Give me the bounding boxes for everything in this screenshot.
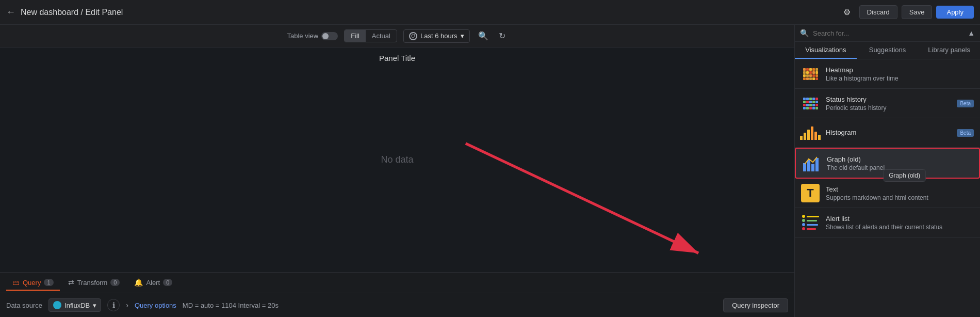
heatmap-desc: Like a histogram over time bbox=[826, 75, 974, 82]
status-history-name: Status history bbox=[826, 96, 951, 103]
histogram-name: Histogram bbox=[826, 129, 951, 136]
viz-item-alert-list[interactable]: Alert list Shows list of alerts and thei… bbox=[795, 208, 980, 237]
panel-canvas: Panel Title No data bbox=[0, 47, 794, 272]
tab-query-label: Query bbox=[23, 279, 41, 287]
text-name: Text bbox=[826, 185, 974, 193]
text-info: Text Supports markdown and html content bbox=[826, 185, 974, 201]
zoom-button[interactable]: 🔍 bbox=[476, 29, 491, 43]
bottom-bar: 🗃 Query 1 ⇄ Transform 0 🔔 Alert 0 Data s… bbox=[0, 272, 794, 317]
transform-icon: ⇄ bbox=[68, 278, 74, 287]
heatmap-info: Heatmap Like a histogram over time bbox=[826, 66, 974, 82]
collapse-button[interactable]: ▲ bbox=[968, 29, 975, 37]
viz-item-histogram[interactable]: Histogram Beta bbox=[795, 118, 980, 148]
query-badge: 1 bbox=[44, 279, 53, 286]
datasource-select[interactable]: InfluxDB ▾ bbox=[48, 298, 101, 312]
tab-library-panels[interactable]: Library panels bbox=[918, 42, 980, 59]
chevron-down-icon: ▾ bbox=[461, 32, 464, 40]
panel-toolbar: Table view Fill Actual ⏱ Last 6 hours ▾ … bbox=[0, 25, 794, 47]
discard-button[interactable]: Discard bbox=[859, 5, 897, 19]
tab-suggestions[interactable]: Suggestions bbox=[857, 42, 919, 59]
status-history-beta-badge: Beta bbox=[957, 100, 974, 107]
main-layout: Table view Fill Actual ⏱ Last 6 hours ▾ … bbox=[0, 25, 980, 317]
tab-alert-label: Alert bbox=[146, 279, 160, 287]
viz-tabs: Visualizations Suggestions Library panel… bbox=[795, 42, 980, 59]
viz-item-heatmap[interactable]: Heatmap Like a histogram over time bbox=[795, 59, 980, 89]
table-view-group: Table view bbox=[287, 32, 338, 40]
svg-rect-4 bbox=[811, 164, 814, 171]
query-icon: 🗃 bbox=[12, 278, 20, 287]
graph-old-icon bbox=[802, 154, 821, 172]
refresh-button[interactable]: ↻ bbox=[497, 29, 508, 43]
tab-transform[interactable]: ⇄ Transform 0 bbox=[62, 275, 126, 291]
fill-button[interactable]: Fill bbox=[345, 30, 366, 42]
search-input[interactable] bbox=[813, 29, 963, 37]
page-title: New dashboard / Edit Panel bbox=[21, 8, 123, 17]
panel-title: Panel Title bbox=[379, 54, 415, 62]
alert-badge: 0 bbox=[163, 279, 172, 286]
histogram-icon bbox=[801, 123, 820, 142]
alert-icon: 🔔 bbox=[134, 278, 143, 287]
status-history-desc: Periodic status history bbox=[826, 104, 951, 112]
histogram-info: Histogram bbox=[826, 129, 951, 137]
viz-list: Heatmap Like a histogram over time Statu… bbox=[795, 59, 980, 317]
time-range-label: Last 6 hours bbox=[420, 32, 458, 40]
graph-old-desc: The old default panel bbox=[827, 164, 973, 171]
influxdb-icon bbox=[53, 301, 61, 309]
query-inspector-button[interactable]: Query inspector bbox=[723, 298, 788, 312]
alert-list-desc: Shows list of alerts and their current s… bbox=[826, 224, 974, 231]
text-desc: Supports markdown and html content bbox=[826, 194, 974, 201]
query-meta: MD = auto = 1104 Interval = 20s bbox=[183, 302, 279, 309]
settings-button[interactable]: ⚙ bbox=[839, 4, 855, 21]
alert-list-name: Alert list bbox=[826, 215, 974, 223]
viz-item-text[interactable]: T Text Supports markdown and html conten… bbox=[795, 179, 980, 208]
tab-transform-label: Transform bbox=[77, 279, 108, 287]
search-icon: 🔍 bbox=[800, 29, 809, 37]
datasource-info-button[interactable]: ℹ bbox=[107, 299, 120, 311]
tab-alert[interactable]: 🔔 Alert 0 bbox=[128, 275, 178, 291]
actual-button[interactable]: Actual bbox=[366, 30, 397, 42]
table-view-label: Table view bbox=[287, 32, 319, 40]
histogram-beta-badge: Beta bbox=[957, 129, 974, 137]
chevron-right-icon: › bbox=[126, 301, 128, 309]
status-history-icon bbox=[801, 94, 820, 113]
left-panel: Table view Fill Actual ⏱ Last 6 hours ▾ … bbox=[0, 25, 794, 317]
save-button[interactable]: Save bbox=[902, 5, 933, 19]
time-range-button[interactable]: ⏱ Last 6 hours ▾ bbox=[403, 29, 470, 43]
bottom-tabs: 🗃 Query 1 ⇄ Transform 0 🔔 Alert 0 bbox=[0, 273, 794, 293]
time-icon: ⏱ bbox=[409, 32, 417, 40]
header-right: ⚙ Discard Save Apply bbox=[839, 4, 974, 21]
header: ← New dashboard / Edit Panel ⚙ Discard S… bbox=[0, 0, 980, 25]
alert-list-info: Alert list Shows list of alerts and thei… bbox=[826, 215, 974, 231]
bottom-info-bar: Data source InfluxDB ▾ ℹ › Query options… bbox=[0, 293, 794, 317]
header-left: ← New dashboard / Edit Panel bbox=[6, 7, 839, 18]
no-data-message: No data bbox=[381, 154, 413, 165]
table-view-toggle[interactable] bbox=[321, 32, 338, 40]
svg-rect-2 bbox=[803, 163, 806, 171]
status-history-info: Status history Periodic status history bbox=[826, 96, 951, 112]
graph-old-info: Graph (old) The old default panel bbox=[827, 155, 973, 171]
graph-old-name: Graph (old) bbox=[827, 155, 973, 163]
alert-list-icon bbox=[801, 213, 820, 232]
viz-item-status-history[interactable]: Status history Periodic status history B… bbox=[795, 89, 980, 118]
tab-query[interactable]: 🗃 Query 1 bbox=[6, 275, 60, 291]
fill-actual-group: Fill Actual bbox=[344, 29, 397, 42]
svg-rect-5 bbox=[815, 158, 819, 171]
tab-visualizations[interactable]: Visualizations bbox=[795, 42, 857, 59]
apply-button[interactable]: Apply bbox=[936, 6, 974, 19]
toggle-knob bbox=[322, 33, 329, 39]
datasource-name: InfluxDB bbox=[64, 302, 90, 309]
svg-rect-3 bbox=[807, 160, 810, 171]
text-viz-icon: T bbox=[801, 184, 820, 202]
viz-item-graph-old[interactable]: Graph (old) The old default panel Graph … bbox=[795, 148, 980, 179]
back-button[interactable]: ← bbox=[6, 7, 15, 18]
heatmap-name: Heatmap bbox=[826, 66, 974, 74]
transform-badge: 0 bbox=[110, 279, 120, 286]
search-bar: 🔍 ▲ bbox=[795, 25, 980, 42]
datasource-chevron-icon: ▾ bbox=[93, 302, 96, 309]
query-options-link[interactable]: Query options bbox=[135, 302, 176, 309]
datasource-label: Data source bbox=[6, 302, 42, 309]
svg-line-1 bbox=[466, 144, 698, 253]
heatmap-icon bbox=[801, 65, 820, 83]
right-panel: 🔍 ▲ Visualizations Suggestions Library p… bbox=[794, 25, 980, 317]
